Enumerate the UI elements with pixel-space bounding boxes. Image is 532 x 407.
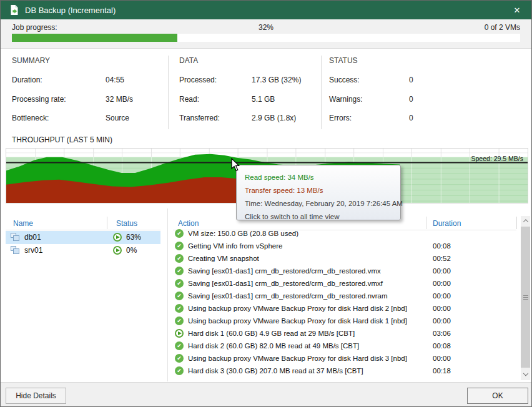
stat-value: 2.9 GB (1.8x): [252, 114, 296, 122]
in-progress-icon: [113, 233, 122, 242]
success-icon: ✔: [175, 267, 184, 275]
in-progress-icon: [175, 329, 184, 338]
action-row[interactable]: ✔ Using backup proxy VMware Backup Proxy…: [173, 302, 518, 315]
scrollbar[interactable]: [521, 216, 530, 380]
chevron-down-icon: [523, 371, 528, 376]
scroll-up-button[interactable]: [521, 216, 530, 226]
success-icon: ✔: [175, 304, 184, 313]
stat-value: 17.3 GB (32%): [252, 76, 301, 84]
tooltip-time: Time: Wednesday, February 20, 2019 7:26:…: [245, 197, 400, 210]
action-row[interactable]: ✔ Creating VM snapshot 00:52: [173, 252, 518, 265]
action-row[interactable]: ✔ Hard disk 2 (60.0 GB) 82.0 MB read at …: [173, 340, 518, 352]
mouse-cursor-icon: [231, 158, 241, 172]
backup-job-icon: [9, 4, 20, 16]
action-text: Using backup proxy VMware Backup Proxy f…: [188, 352, 407, 365]
throughput-heading: THROUGHPUT (LAST 5 MIN): [12, 135, 112, 144]
column-divider: [107, 217, 107, 229]
action-text: Hard disk 2 (60.0 GB) 82.0 MB read at 49…: [188, 340, 359, 352]
progress-section: Job progress: 32% 0 of 2 VMs: [1, 19, 531, 49]
header-underline: [6, 230, 160, 230]
vm-name: db01: [24, 231, 41, 244]
success-icon: ✔: [175, 279, 184, 288]
action-text: Creating VM snapshot: [188, 252, 259, 265]
action-row[interactable]: ✔ Saving [esx01-das1] crm_db_restored/cr…: [173, 290, 518, 302]
stat-label: Bottleneck:: [12, 114, 49, 122]
column-header-action[interactable]: Action: [178, 219, 199, 228]
action-row[interactable]: ✔ Using backup proxy VMware Backup Proxy…: [173, 352, 518, 365]
stat-value: 0: [409, 114, 413, 122]
stat-value: 32 MB/s: [106, 95, 133, 104]
stat-label: Read:: [179, 95, 199, 104]
stat-label: Transferred:: [179, 114, 220, 122]
column-header-duration[interactable]: Duration: [433, 219, 461, 228]
scroll-thumb[interactable]: [521, 227, 530, 368]
action-row[interactable]: ✔ Saving [esx01-das1] crm_db_restored/cr…: [173, 265, 518, 277]
success-icon: ✔: [175, 366, 184, 375]
action-duration: 00:00: [433, 302, 451, 315]
title-bar: DB Backup (Incremental) ✕: [1, 1, 531, 19]
action-row[interactable]: ✔ Hard disk 3 (30.0 GB) 207.0 MB read at…: [173, 365, 518, 377]
in-progress-icon: [113, 246, 122, 255]
stat-label: Errors:: [329, 114, 352, 122]
window-title: DB Backup (Incremental): [25, 6, 116, 15]
action-text: Getting VM info from vSphere: [188, 240, 282, 252]
vm-row[interactable]: db01 63%: [6, 231, 160, 244]
column-header-status[interactable]: Status: [116, 219, 137, 228]
vm-icon: [11, 233, 20, 242]
action-duration: 00:08: [433, 240, 451, 252]
action-row[interactable]: Hard disk 1 (60.0 GB) 4.9 GB read at 29 …: [173, 327, 518, 340]
vm-status-percent: 0%: [126, 244, 137, 257]
stat-label: Success:: [329, 76, 360, 84]
success-icon: ✔: [175, 341, 184, 350]
close-button[interactable]: ✕: [506, 1, 528, 19]
job-progress-percent: 32%: [1, 23, 531, 32]
vm-name: srv01: [24, 244, 42, 257]
stat-label: Duration:: [12, 76, 42, 84]
vm-count-label: 0 of 2 VMs: [485, 23, 520, 32]
action-duration: 00:08: [433, 340, 451, 352]
action-text: Using backup proxy VMware Backup Proxy f…: [188, 315, 407, 327]
thumb-grip-icon: [523, 295, 528, 296]
action-text: Saving [esx01-das1] crm_db_restored/crm_…: [188, 277, 383, 290]
status-heading: STATUS: [329, 56, 358, 65]
stat-value: 0: [409, 95, 413, 104]
success-icon: ✔: [175, 292, 184, 300]
success-icon: ✔: [175, 229, 184, 238]
summary-heading: SUMMARY: [12, 56, 50, 65]
action-row[interactable]: ✔ VM size: 150.0 GB (20.8 GB used): [173, 227, 518, 240]
scroll-down-button[interactable]: [521, 370, 530, 380]
action-row[interactable]: ✔ Using backup proxy VMware Backup Proxy…: [173, 315, 518, 327]
action-text: Saving [esx01-das1] crm_db_restored/crm_…: [188, 265, 381, 277]
success-icon: ✔: [175, 254, 184, 263]
ok-button[interactable]: OK: [467, 388, 528, 404]
panel-separator: [168, 56, 169, 129]
stat-label: Processing rate:: [12, 95, 66, 104]
footer: Hide Details OK: [1, 382, 531, 407]
column-header-name[interactable]: Name: [13, 219, 33, 228]
speed-marker-label: Speed: 29.5 MB/s: [471, 155, 523, 162]
success-icon: ✔: [175, 242, 184, 250]
job-progress-dialog: DB Backup (Incremental) ✕ Job progress: …: [0, 0, 532, 407]
action-duration: 00:00: [433, 352, 451, 365]
vm-row[interactable]: srv01 0%: [6, 244, 160, 257]
action-row[interactable]: ✔ Getting VM info from vSphere 00:08: [173, 240, 518, 252]
success-icon: ✔: [175, 316, 184, 325]
action-text: Saving [esx01-das1] crm_db_restored/crm_…: [188, 290, 388, 302]
success-icon: ✔: [175, 354, 184, 363]
action-duration: 00:00: [433, 265, 451, 277]
stat-label: Warnings:: [329, 95, 363, 104]
progress-bar-fill: [12, 34, 177, 42]
action-duration: 00:18: [433, 365, 451, 377]
action-text: VM size: 150.0 GB (20.8 GB used): [188, 227, 298, 240]
panel-separator: [321, 56, 322, 129]
chart-tooltip: Read speed: 34 MB/s Transfer speed: 13 M…: [236, 165, 401, 220]
progress-bar: [12, 34, 520, 42]
stat-value: 0: [409, 76, 413, 84]
tooltip-hint: Click to switch to all time view: [245, 210, 400, 223]
action-duration: 00:00: [433, 290, 451, 302]
action-duration: 00:00: [433, 277, 451, 290]
action-text: Using backup proxy VMware Backup Proxy f…: [188, 302, 407, 315]
stat-label: Processed:: [179, 76, 217, 84]
action-row[interactable]: ✔ Saving [esx01-das1] crm_db_restored/cr…: [173, 277, 518, 290]
hide-details-button[interactable]: Hide Details: [6, 388, 66, 404]
